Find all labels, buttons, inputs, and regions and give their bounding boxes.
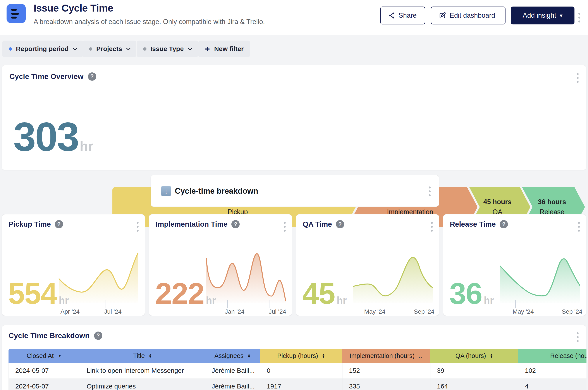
column-header-title[interactable]: Title ▲▼ — [80, 349, 205, 363]
page-subtitle: A breakdown analysis of each issue stage… — [34, 18, 265, 26]
cell-implementation-hours: 152 — [342, 363, 430, 379]
page-kebab-menu-icon[interactable] — [578, 13, 580, 22]
column-header-closed-at[interactable]: Closed At ▼ — [8, 349, 80, 363]
qa-time-card: QA Time ? May '24 Sep '24 45 hr — [296, 214, 439, 316]
sort-desc-icon: ▼ — [58, 353, 62, 358]
grid-divider-left — [2, 192, 148, 192]
banner-kebab-menu-icon[interactable] — [429, 187, 431, 196]
cell-title: Link to open Intercom Messenger — [80, 363, 205, 379]
column-header-assignees[interactable]: Assignees ▲▼ — [205, 349, 260, 363]
metric-card-title: Implementation Time — [156, 220, 227, 228]
column-header-qa-hours[interactable]: QA (hours) ▲▼ — [430, 349, 518, 363]
metric-value: 36 hr — [449, 276, 494, 311]
top-bar: Issue Cycle Time A breakdown analysis of… — [0, 0, 588, 35]
metric-value: 222 hr — [155, 276, 216, 311]
cell-assignees: Jérémie Baill... — [205, 379, 260, 390]
sort-icon: ▲▼ — [149, 353, 152, 358]
metric-card-title: Release Time — [450, 220, 496, 228]
overview-card-title: Cycle Time Overview — [9, 72, 84, 81]
qa-sparkline-chart — [353, 251, 434, 303]
table-row[interactable]: 2024-05-07 Optimize queries Jérémie Bail… — [8, 379, 587, 390]
filter-chip-projects[interactable]: Projects — [83, 41, 136, 57]
x-axis-tick — [515, 300, 516, 308]
help-icon[interactable]: ? — [336, 220, 344, 228]
metric-card-title: QA Time — [303, 220, 332, 228]
x-tick-label: May '24 — [513, 308, 534, 315]
filter-dot-icon — [89, 47, 92, 50]
table-card-title: Cycle Time Breakdown — [8, 331, 90, 340]
cell-closed-at: 2024-05-07 — [8, 363, 80, 379]
help-icon[interactable]: ? — [231, 220, 240, 228]
help-icon[interactable]: ? — [94, 332, 102, 340]
filter-chip-issue-type[interactable]: Issue Type — [137, 41, 198, 57]
help-icon[interactable]: ? — [55, 220, 63, 228]
edit-dashboard-button[interactable]: Edit dashboard — [431, 6, 505, 24]
sort-icon: ▲▼ — [322, 353, 325, 358]
cycle-time-breakdown-banner: ↓ Cycle-time breakdown — [151, 175, 439, 207]
column-header-pickup-hours[interactable]: Pickup (hours) ▲▼ — [260, 349, 342, 363]
table-header-row: Closed At ▼ Title ▲▼ Assignees ▲▼ Pickup… — [8, 349, 587, 363]
down-arrow-emoji-icon: ↓ — [161, 186, 171, 196]
x-tick-label: Jan '24 — [225, 308, 244, 315]
breakdown-table: Closed At ▼ Title ▲▼ Assignees ▲▼ Pickup… — [8, 349, 587, 390]
sort-clipped-icon: .. — [419, 352, 423, 359]
chevron-down-icon: ▾ — [560, 13, 562, 18]
chevron-down-icon — [188, 46, 192, 50]
edit-pencil-icon — [439, 12, 446, 19]
filter-dot-icon — [143, 47, 147, 50]
sort-icon: ▲▼ — [490, 353, 493, 358]
metric-value: 554 hr — [8, 276, 69, 311]
column-header-release-hours[interactable]: Release (hours) — [518, 349, 587, 363]
share-button[interactable]: Share — [380, 6, 425, 24]
cell-implementation-hours: 335 — [342, 379, 430, 390]
card-kebab-menu-icon[interactable] — [578, 222, 580, 232]
cell-qa-hours: 164 — [430, 379, 518, 390]
total-cycle-time: 303 hr — [13, 113, 93, 160]
help-icon[interactable]: ? — [88, 72, 96, 81]
x-axis-tick — [105, 300, 106, 308]
cell-release-hours: 4 — [518, 379, 587, 390]
chevron-down-icon — [126, 46, 131, 50]
new-filter-button[interactable]: + New filter — [198, 41, 250, 57]
x-axis-tick — [227, 300, 228, 308]
page-title: Issue Cycle Time — [34, 2, 113, 14]
share-icon — [388, 12, 395, 19]
metric-value: 45 hr — [302, 276, 347, 311]
table-row[interactable]: 2024-05-07 Link to open Intercom Messeng… — [8, 363, 587, 379]
chevron-down-icon — [73, 46, 77, 50]
card-kebab-menu-icon[interactable] — [284, 222, 286, 232]
x-axis-tick — [575, 300, 575, 308]
cell-pickup-hours: 1917 — [260, 379, 342, 390]
x-tick-label: May '24 — [364, 308, 385, 315]
cell-title: Optimize queries — [80, 379, 205, 390]
filter-dot-icon — [9, 47, 12, 50]
cell-pickup-hours: 0 — [260, 363, 342, 379]
add-insight-button[interactable]: Add insight ▾ — [511, 6, 575, 24]
x-axis-tick — [269, 300, 270, 308]
metric-card-title: Pickup Time — [8, 220, 51, 228]
card-kebab-menu-icon[interactable] — [431, 222, 433, 232]
overview-kebab-menu-icon[interactable] — [577, 73, 579, 83]
column-header-implementation-hours[interactable]: Implementation (hours) .. — [342, 349, 430, 363]
card-kebab-menu-icon[interactable] — [137, 222, 139, 232]
cycle-time-overview-card: Cycle Time Overview ? 303 hr 554 hours P… — [2, 65, 586, 170]
grid-divider-right — [444, 192, 586, 192]
sort-icon: ▲▼ — [248, 353, 251, 358]
cycle-time-breakdown-table-card: Cycle Time Breakdown ? Closed At ▼ Title… — [2, 325, 586, 390]
plus-icon: + — [205, 45, 210, 53]
x-axis-tick — [427, 300, 427, 308]
table-kebab-menu-icon[interactable] — [577, 332, 579, 342]
help-icon[interactable]: ? — [500, 220, 508, 228]
banner-title: Cycle-time breakdown — [175, 187, 258, 196]
x-axis-tick — [367, 300, 367, 308]
x-tick-label: Jul '24 — [104, 308, 122, 315]
dashboard-page: Issue Cycle Time A breakdown analysis of… — [0, 0, 588, 390]
x-tick-label: Sep '24 — [414, 308, 434, 315]
hamburger-menu-icon[interactable] — [6, 4, 26, 23]
release-time-card: Release Time ? May '24 Sep '24 36 hr — [443, 214, 586, 316]
filter-chip-reporting-period[interactable]: Reporting period — [2, 41, 83, 57]
cell-assignees: Jérémie Baill... — [205, 363, 260, 379]
cell-closed-at: 2024-05-07 — [8, 379, 80, 390]
release-sparkline-chart — [500, 251, 581, 303]
pickup-sparkline-chart — [58, 251, 139, 303]
